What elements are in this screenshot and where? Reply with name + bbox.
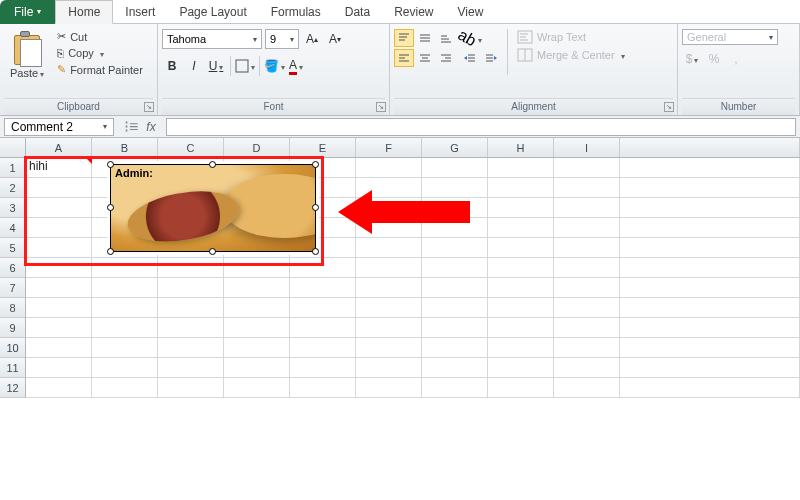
cell[interactable] — [158, 378, 224, 398]
cell[interactable] — [554, 198, 620, 218]
row-header[interactable]: 5 — [0, 238, 26, 258]
col-header[interactable]: I — [554, 138, 620, 157]
tab-review[interactable]: Review — [382, 1, 445, 23]
tab-formulas[interactable]: Formulas — [259, 1, 333, 23]
cell[interactable] — [488, 198, 554, 218]
cell[interactable] — [488, 378, 554, 398]
cell[interactable] — [26, 338, 92, 358]
increase-indent-button[interactable] — [481, 49, 501, 67]
cell[interactable] — [158, 338, 224, 358]
cell[interactable] — [620, 278, 800, 298]
row-header[interactable]: 7 — [0, 278, 26, 298]
cell[interactable] — [92, 258, 158, 278]
row-header[interactable]: 3 — [0, 198, 26, 218]
row-header[interactable]: 2 — [0, 178, 26, 198]
cell[interactable] — [26, 318, 92, 338]
name-box[interactable]: Comment 2▾ — [4, 118, 114, 136]
cell[interactable]: hihi — [26, 158, 92, 178]
fx-label[interactable]: fx — [146, 120, 155, 134]
cell[interactable] — [26, 378, 92, 398]
cell[interactable] — [356, 318, 422, 338]
cell[interactable] — [554, 378, 620, 398]
font-dialog-launcher[interactable]: ↘ — [376, 102, 386, 112]
cell[interactable] — [620, 318, 800, 338]
cell[interactable] — [224, 338, 290, 358]
cell[interactable] — [620, 298, 800, 318]
align-left-button[interactable] — [394, 49, 414, 67]
italic-button[interactable]: I — [184, 56, 204, 76]
format-painter-button[interactable]: ✎Format Painter — [54, 62, 146, 77]
cell[interactable] — [26, 278, 92, 298]
cell[interactable] — [224, 378, 290, 398]
row-header[interactable]: 6 — [0, 258, 26, 278]
clipboard-dialog-launcher[interactable]: ↘ — [144, 102, 154, 112]
align-top-button[interactable] — [394, 29, 414, 47]
cell[interactable] — [290, 278, 356, 298]
cell[interactable] — [356, 258, 422, 278]
merge-center-button[interactable]: Merge & Center — [514, 47, 628, 63]
comment-box[interactable]: Admin: — [110, 164, 316, 252]
copy-button[interactable]: ⎘Copy — [54, 46, 146, 60]
col-header[interactable]: G — [422, 138, 488, 157]
cell[interactable] — [290, 358, 356, 378]
cell[interactable] — [488, 238, 554, 258]
cell[interactable] — [158, 318, 224, 338]
number-format-combo[interactable]: General▾ — [682, 29, 778, 45]
cell[interactable] — [92, 318, 158, 338]
alignment-dialog-launcher[interactable]: ↘ — [664, 102, 674, 112]
cell[interactable] — [620, 358, 800, 378]
cell[interactable] — [356, 158, 422, 178]
cell[interactable] — [422, 258, 488, 278]
cell[interactable] — [422, 238, 488, 258]
cell[interactable] — [26, 238, 92, 258]
cell[interactable] — [290, 258, 356, 278]
cell[interactable] — [158, 298, 224, 318]
cell[interactable] — [488, 158, 554, 178]
tab-home[interactable]: Home — [55, 0, 113, 24]
cell[interactable] — [356, 278, 422, 298]
cell[interactable] — [488, 318, 554, 338]
cell[interactable] — [554, 358, 620, 378]
align-bottom-button[interactable] — [436, 29, 456, 47]
cell[interactable] — [92, 358, 158, 378]
align-middle-button[interactable] — [415, 29, 435, 47]
cell[interactable] — [224, 278, 290, 298]
cell[interactable] — [290, 378, 356, 398]
row-header[interactable]: 9 — [0, 318, 26, 338]
col-header[interactable]: F — [356, 138, 422, 157]
col-header[interactable]: A — [26, 138, 92, 157]
cell[interactable] — [488, 258, 554, 278]
select-all-corner[interactable] — [0, 138, 26, 157]
font-size-combo[interactable]: 9▾ — [265, 29, 299, 49]
underline-button[interactable]: U — [206, 56, 226, 76]
cell[interactable] — [488, 358, 554, 378]
file-tab[interactable]: File ▾ — [0, 0, 55, 24]
row-header[interactable]: 1 — [0, 158, 26, 178]
cell[interactable] — [554, 258, 620, 278]
borders-button[interactable] — [235, 56, 255, 76]
cell[interactable] — [422, 358, 488, 378]
cell[interactable] — [488, 178, 554, 198]
align-right-button[interactable] — [436, 49, 456, 67]
tab-data[interactable]: Data — [333, 1, 382, 23]
grow-font-button[interactable]: A▴ — [302, 29, 322, 49]
percent-button[interactable]: % — [704, 49, 724, 69]
tab-page-layout[interactable]: Page Layout — [167, 1, 258, 23]
col-header[interactable]: D — [224, 138, 290, 157]
row-header[interactable]: 12 — [0, 378, 26, 398]
cell[interactable] — [488, 218, 554, 238]
orientation-button[interactable]: ab — [460, 29, 480, 47]
col-header[interactable]: B — [92, 138, 158, 157]
cell[interactable] — [26, 198, 92, 218]
cell[interactable] — [554, 298, 620, 318]
col-header[interactable] — [620, 138, 800, 157]
cell[interactable] — [356, 358, 422, 378]
cell[interactable] — [356, 238, 422, 258]
col-header[interactable]: H — [488, 138, 554, 157]
cell[interactable] — [620, 338, 800, 358]
cell[interactable] — [554, 318, 620, 338]
cell[interactable] — [356, 338, 422, 358]
font-color-button[interactable]: A — [286, 56, 306, 76]
wrap-text-button[interactable]: Wrap Text — [514, 29, 628, 45]
cell[interactable] — [26, 178, 92, 198]
